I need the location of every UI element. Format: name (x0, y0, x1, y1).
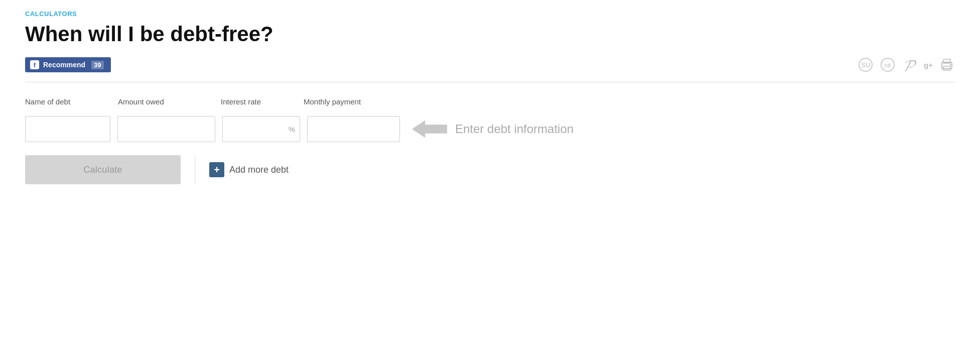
arrow-left-icon (412, 119, 447, 139)
pinterest-icon[interactable]: 𝓟 (902, 57, 918, 73)
svg-text:rdt: rdt (885, 62, 891, 68)
svg-text:SU: SU (861, 61, 870, 69)
svg-rect-7 (943, 66, 950, 70)
svg-marker-9 (412, 120, 447, 138)
monthly-payment-input[interactable] (307, 116, 400, 142)
fb-recommend-count: 39 (91, 61, 103, 69)
googleplus-icon[interactable]: g+ (924, 57, 933, 73)
hint-text: Enter debt information (455, 122, 574, 136)
page-title: When will I be debt-free? (25, 22, 955, 47)
label-name-of-debt: Name of debt (25, 97, 118, 106)
add-icon: + (209, 162, 224, 177)
form-section: Name of debt Amount owed Interest rate M… (25, 97, 955, 184)
facebook-icon: f (30, 60, 39, 69)
divider (25, 82, 955, 82)
form-actions-row: Calculate + Add more debt (25, 155, 955, 184)
fb-recommend-label: Recommend (43, 61, 85, 69)
form-labels-row: Name of debt Amount owed Interest rate M… (25, 97, 955, 106)
svg-point-8 (950, 64, 951, 66)
googleplus-label: g+ (924, 61, 933, 69)
name-of-debt-input[interactable] (25, 116, 110, 142)
arrow-hint: Enter debt information (412, 119, 574, 139)
calculate-button[interactable]: Calculate (25, 155, 181, 184)
form-inputs-row: % Enter debt information (25, 116, 955, 142)
add-more-debt-button[interactable]: + Add more debt (209, 155, 289, 184)
print-icon[interactable] (939, 57, 955, 73)
facebook-recommend-button[interactable]: f Recommend 39 (25, 57, 111, 72)
svg-text:𝓟: 𝓟 (903, 57, 916, 73)
social-bar: f Recommend 39 SU rdt 𝓟 (25, 57, 955, 73)
page-container: CALCULATORS When will I be debt-free? f … (0, 0, 980, 204)
label-interest-rate: Interest rate (221, 97, 304, 106)
interest-rate-wrap: % (222, 116, 300, 142)
amount-owed-input[interactable] (117, 116, 215, 142)
social-icons-group: SU rdt 𝓟 g+ (858, 57, 955, 73)
stumbleupon-icon[interactable]: SU (858, 57, 874, 73)
reddit-icon[interactable]: rdt (880, 57, 896, 73)
label-monthly-payment: Monthly payment (304, 97, 396, 106)
label-amount-owed: Amount owed (118, 97, 221, 106)
percent-symbol: % (289, 125, 295, 134)
add-debt-label: Add more debt (229, 165, 289, 175)
category-label: CALCULATORS (25, 10, 955, 18)
actions-divider (195, 155, 195, 184)
